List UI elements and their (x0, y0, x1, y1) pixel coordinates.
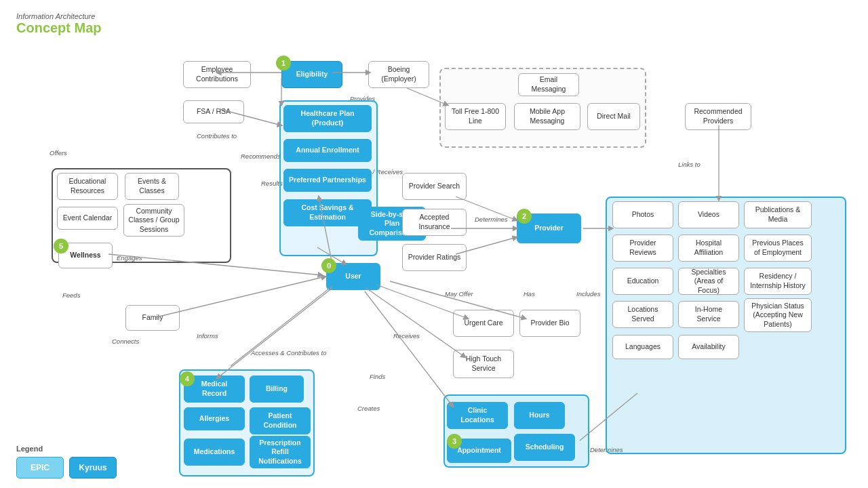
label-feeds: Feeds (62, 291, 80, 299)
node-events-classes[interactable]: Events & Classes (125, 173, 179, 200)
badge-wellness: 5 (54, 239, 68, 253)
node-medications[interactable]: Medications (184, 439, 245, 466)
node-languages[interactable]: Languages (612, 335, 673, 359)
label-connects: Connects (112, 338, 139, 345)
legend-kyruus: Kyruus (69, 457, 117, 479)
node-residency-internship[interactable]: Residency / Internship History (744, 268, 812, 295)
node-hospital-affiliation[interactable]: Hospital Affiliation (678, 235, 739, 262)
title-sub: Information Architecture (16, 12, 102, 20)
node-family[interactable]: Family (125, 305, 180, 331)
node-event-calendar[interactable]: Event Calendar (57, 207, 118, 230)
node-videos[interactable]: Videos (678, 201, 739, 228)
node-physician-status[interactable]: Physician Status (Accepting New Patients… (744, 298, 812, 332)
svg-line-14 (217, 288, 332, 378)
svg-line-13 (365, 291, 453, 407)
badge-eligibility: 1 (276, 56, 291, 70)
label-creates: Creates (357, 405, 380, 412)
svg-line-12 (366, 288, 465, 357)
page: Information Architecture Concept Map (0, 0, 868, 488)
node-urgent-care[interactable]: Urgent Care (453, 310, 514, 337)
label-links-to: Links to (678, 161, 701, 168)
node-email-messaging[interactable]: Email Messaging (518, 73, 579, 96)
badge-medical-record: 4 (180, 371, 195, 386)
node-direct-mail[interactable]: Direct Mail (587, 103, 640, 130)
node-tollfree[interactable]: Toll Free 1-800 Line (445, 103, 506, 130)
label-offers: Offers (50, 149, 67, 157)
node-high-touch[interactable]: High Touch Service (453, 350, 514, 378)
node-prescription-refill[interactable]: Prescription Refill Notifications (250, 436, 311, 468)
node-patient-condition[interactable]: Patient Condition (250, 407, 311, 434)
node-specialties[interactable]: Specialties (Areas of Focus) (678, 268, 739, 295)
node-boeing[interactable]: Boeing (Employer) (368, 61, 429, 88)
node-allergies[interactable]: Allergies (184, 407, 245, 430)
label-has: Has (524, 290, 535, 298)
legend: Legend EPIC Kyruus (16, 445, 117, 479)
node-clinic-locations[interactable]: Clinic Locations (447, 402, 508, 429)
node-provider-bio[interactable]: Provider Bio (519, 310, 580, 337)
label-accesses: Accesses & Contributes to (251, 349, 326, 357)
node-billing[interactable]: Billing (250, 375, 304, 403)
node-previous-places[interactable]: Previous Places of Employment (744, 235, 812, 262)
title-area: Information Architecture Concept Map (16, 12, 102, 36)
node-provider-ratings[interactable]: Provider Ratings (402, 244, 467, 271)
node-availability[interactable]: Availability (678, 335, 739, 359)
svg-line-15 (156, 277, 326, 317)
node-employee-contributions[interactable]: Employee Contributions (183, 61, 251, 88)
node-mobile-app[interactable]: Mobile App Messaging (514, 103, 580, 130)
node-education[interactable]: Education (612, 268, 673, 295)
label-determines: Determines (475, 216, 508, 223)
legend-title: Legend (16, 445, 117, 453)
node-publications-media[interactable]: Publications & Media (744, 201, 812, 228)
badge-appointment: 3 (447, 434, 462, 449)
label-finds: Finds (370, 373, 385, 380)
node-provider-reviews[interactable]: Provider Reviews (612, 235, 673, 262)
node-scheduling[interactable]: Scheduling (514, 434, 575, 461)
node-educational-resources[interactable]: Educational Resources (57, 173, 118, 200)
node-inhome-service[interactable]: In-Home Service (678, 301, 739, 328)
label-informs: Informs (197, 332, 218, 340)
node-healthcare-plan[interactable]: Healthcare Plan (Product) (283, 105, 372, 132)
node-community-classes[interactable]: Community Classes / Group Sessions (123, 204, 184, 237)
legend-items: EPIC Kyruus (16, 457, 117, 479)
node-provider-search[interactable]: Provider Search (402, 173, 467, 200)
label-includes: Includes (576, 290, 600, 298)
node-accepted-insurance[interactable]: Accepted Insurance (402, 209, 467, 236)
badge-user: 0 (321, 258, 336, 273)
legend-epic: EPIC (16, 457, 64, 479)
label-may-offer: May Offer (445, 290, 473, 298)
node-locations-served[interactable]: Locations Served (612, 301, 673, 328)
label-receives: Receives (393, 332, 420, 340)
node-preferred-partnerships[interactable]: Preferred Partnerships (283, 169, 372, 192)
node-hours[interactable]: Hours (514, 402, 565, 429)
title-main: Concept Map (16, 20, 102, 36)
node-photos[interactable]: Photos (612, 201, 673, 228)
label-recommends: Recommends (241, 152, 281, 160)
node-fsa-hsa[interactable]: FSA / HSA (183, 100, 244, 123)
badge-provider: 2 (517, 209, 532, 224)
label-contributes: Contributes to (197, 132, 237, 140)
node-annual-enrollment[interactable]: Annual Enrollment (283, 139, 372, 162)
node-recommended-providers[interactable]: Recommended Providers (685, 103, 751, 130)
